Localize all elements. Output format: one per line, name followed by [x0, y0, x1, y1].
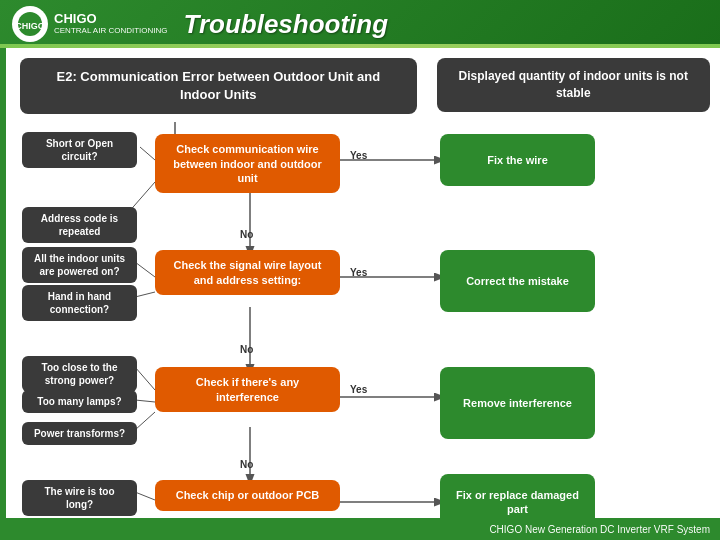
check-chip-pcb: Check chip or outdoor PCB — [155, 480, 340, 510]
svg-line-15 — [135, 262, 155, 277]
label-hand-in-hand: Hand in hand connection? — [22, 285, 137, 321]
main-content: E2: Communication Error between Outdoor … — [6, 48, 720, 528]
label-address-repeated: Address code is repeated — [22, 207, 137, 243]
header: CHIGO CHIGO CENTRAL AIR CONDITIONING Tro… — [0, 0, 720, 48]
svg-line-20 — [135, 492, 155, 500]
svg-line-19 — [135, 412, 155, 430]
result-correct-mistake: Correct the mistake — [440, 250, 595, 312]
label-wire-too-long: The wire is too long? — [22, 480, 137, 516]
label-too-many-lamps: Too many lamps? — [22, 390, 137, 413]
svg-text:CHIGO: CHIGO — [16, 21, 44, 31]
label-strong-power: Too close to the strong power? — [22, 356, 137, 392]
logo-icon: CHIGO — [12, 6, 48, 42]
check-signal-wire: Check the signal wire layout and address… — [155, 250, 340, 295]
label-all-indoor: All the indoor units are powered on? — [22, 247, 137, 283]
logo-text: CHIGO CENTRAL AIR CONDITIONING — [54, 12, 168, 35]
footer: CHIGO New Generation DC Inverter VRF Sys… — [0, 518, 720, 540]
top-row: E2: Communication Error between Outdoor … — [20, 58, 710, 114]
label-short-open: Short or Open circuit? — [22, 132, 137, 168]
yes-label-2: Yes — [350, 267, 367, 278]
result-fix-wire: Fix the wire — [440, 134, 595, 186]
result-top-box: Displayed quantity of indoor units is no… — [437, 58, 710, 112]
no-label-3: No — [240, 459, 253, 470]
check-interference: Check if there's any interference — [155, 367, 340, 412]
error-title-box: E2: Communication Error between Outdoor … — [20, 58, 417, 114]
logo: CHIGO CHIGO CENTRAL AIR CONDITIONING — [12, 6, 168, 42]
label-power-transforms: Power transforms? — [22, 422, 137, 445]
footer-text: CHIGO New Generation DC Inverter VRF Sys… — [489, 524, 710, 535]
yes-label-3: Yes — [350, 384, 367, 395]
svg-line-17 — [135, 367, 155, 390]
yes-label-1: Yes — [350, 150, 367, 161]
no-label-2: No — [240, 344, 253, 355]
no-label-1: No — [240, 229, 253, 240]
svg-line-13 — [140, 147, 155, 160]
svg-line-18 — [135, 400, 155, 402]
check-communication-wire: Check communication wire between indoor … — [155, 134, 340, 193]
svg-line-16 — [135, 292, 155, 297]
page-title: Troubleshooting — [184, 9, 389, 40]
result-remove-interference: Remove interference — [440, 367, 595, 439]
chigo-logo-svg: CHIGO — [16, 10, 44, 38]
flow-area: Short or Open circuit? Address code is r… — [20, 122, 710, 512]
